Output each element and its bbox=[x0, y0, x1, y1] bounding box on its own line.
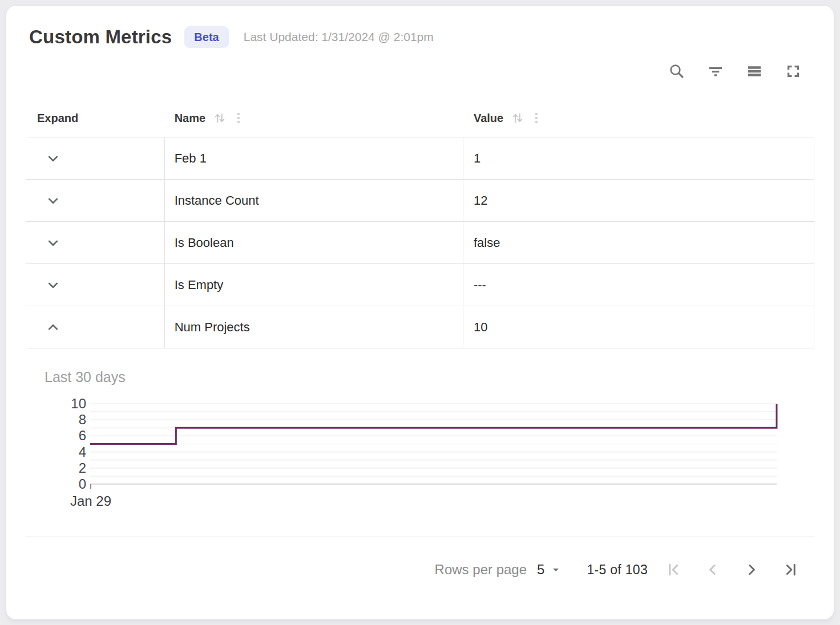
rows-per-page-label: Rows per page bbox=[435, 562, 527, 578]
page-title: Custom Metrics bbox=[29, 26, 172, 48]
row-name: Instance Count bbox=[175, 193, 259, 208]
svg-text:6: 6 bbox=[79, 428, 86, 443]
expand-row-button[interactable] bbox=[43, 318, 63, 337]
search-button[interactable] bbox=[664, 58, 690, 84]
expand-cell bbox=[26, 306, 165, 348]
metric-history-chart: 0246810Jan 29 bbox=[60, 398, 784, 512]
dropdown-arrow-icon bbox=[549, 563, 563, 577]
column-header-name: Name bbox=[165, 111, 463, 125]
chevron-left-icon bbox=[704, 561, 721, 578]
table-row: Instance Count 12 bbox=[26, 179, 814, 221]
pagination-range-label: 1-5 of 103 bbox=[587, 562, 648, 578]
expand-cell bbox=[26, 137, 165, 179]
pagination-nav bbox=[661, 557, 803, 582]
column-header-label: Value bbox=[474, 112, 503, 125]
value-cell: --- bbox=[463, 264, 814, 306]
row-value: 1 bbox=[474, 151, 480, 166]
svg-text:4: 4 bbox=[79, 444, 86, 460]
column-header-label: Name bbox=[175, 112, 205, 125]
filter-icon bbox=[707, 63, 724, 80]
row-value: --- bbox=[474, 278, 486, 293]
last-page-icon bbox=[782, 561, 799, 578]
table-header-row: Expand Name Value bbox=[26, 99, 814, 137]
chevron-down-icon bbox=[45, 234, 62, 251]
expand-row-button[interactable] bbox=[43, 191, 63, 210]
expanded-detail-panel: Last 30 days 0246810Jan 29 bbox=[26, 348, 814, 537]
svg-text:Jan 29: Jan 29 bbox=[70, 493, 111, 509]
expand-cell bbox=[26, 180, 165, 221]
chevron-down-icon bbox=[45, 150, 62, 167]
table-row: Num Projects 10 bbox=[26, 306, 814, 348]
svg-text:2: 2 bbox=[79, 460, 86, 476]
first-page-icon bbox=[665, 561, 682, 578]
rows-per-page-select[interactable]: 5 bbox=[537, 562, 563, 578]
expand-cell bbox=[26, 264, 165, 306]
name-cell: Is Boolean bbox=[165, 222, 463, 263]
row-name: Feb 1 bbox=[175, 151, 207, 166]
last-updated-text: Last Updated: 1/31/2024 @ 2:01pm bbox=[244, 30, 434, 44]
table-body: Feb 1 1 Instance Count 12 bbox=[26, 137, 814, 348]
chart-title: Last 30 days bbox=[26, 348, 814, 385]
name-cell: Feb 1 bbox=[165, 137, 463, 179]
sort-icon[interactable] bbox=[212, 111, 227, 125]
chevron-down-icon bbox=[45, 277, 62, 294]
row-value: false bbox=[474, 236, 500, 250]
value-cell: false bbox=[463, 222, 814, 263]
chevron-right-icon bbox=[743, 561, 760, 578]
metrics-table: Expand Name Value bbox=[26, 99, 814, 537]
row-name: Is Boolean bbox=[175, 236, 234, 250]
expand-cell bbox=[26, 222, 165, 263]
row-value: 10 bbox=[474, 320, 487, 335]
expand-row-button[interactable] bbox=[43, 275, 63, 295]
sort-icon[interactable] bbox=[510, 111, 525, 125]
density-icon bbox=[746, 63, 763, 80]
svg-text:10: 10 bbox=[71, 398, 86, 411]
column-header-value: Value bbox=[463, 111, 814, 125]
table-row: Is Boolean false bbox=[26, 221, 814, 263]
first-page-button bbox=[661, 557, 686, 582]
name-cell: Num Projects bbox=[165, 306, 463, 348]
svg-text:8: 8 bbox=[79, 412, 86, 427]
table-row: Is Empty --- bbox=[26, 263, 814, 306]
expand-row-button[interactable] bbox=[43, 149, 63, 168]
fullscreen-icon bbox=[785, 63, 802, 80]
table-row: Feb 1 1 bbox=[26, 137, 814, 179]
last-page-button[interactable] bbox=[778, 557, 803, 582]
row-name: Is Empty bbox=[175, 278, 224, 293]
expand-row-button[interactable] bbox=[43, 233, 63, 253]
custom-metrics-card: Custom Metrics Beta Last Updated: 1/31/2… bbox=[6, 5, 834, 620]
chevron-up-icon bbox=[45, 319, 62, 336]
value-cell: 12 bbox=[463, 180, 814, 221]
value-cell: 1 bbox=[463, 137, 814, 179]
pagination-footer: Rows per page 5 1-5 of 103 bbox=[26, 537, 814, 602]
fullscreen-button[interactable] bbox=[780, 58, 806, 84]
row-value: 12 bbox=[474, 193, 487, 208]
table-toolbar bbox=[6, 48, 834, 84]
filter-button[interactable] bbox=[702, 58, 729, 84]
row-name: Num Projects bbox=[175, 320, 250, 335]
name-cell: Is Empty bbox=[165, 264, 463, 306]
value-cell: 10 bbox=[463, 306, 814, 348]
column-header-expand: Expand bbox=[26, 112, 165, 125]
column-header-label: Expand bbox=[37, 112, 78, 125]
search-icon bbox=[668, 63, 685, 80]
header: Custom Metrics Beta Last Updated: 1/31/2… bbox=[6, 6, 834, 48]
beta-badge: Beta bbox=[184, 26, 228, 48]
name-cell: Instance Count bbox=[165, 180, 463, 221]
rows-per-page-value: 5 bbox=[537, 562, 544, 578]
next-page-button[interactable] bbox=[739, 557, 764, 582]
column-menu-icon[interactable] bbox=[530, 111, 543, 125]
previous-page-button bbox=[700, 557, 725, 582]
svg-text:0: 0 bbox=[79, 476, 86, 492]
density-button[interactable] bbox=[741, 58, 768, 84]
column-menu-icon[interactable] bbox=[232, 111, 245, 125]
chevron-down-icon bbox=[45, 192, 62, 209]
